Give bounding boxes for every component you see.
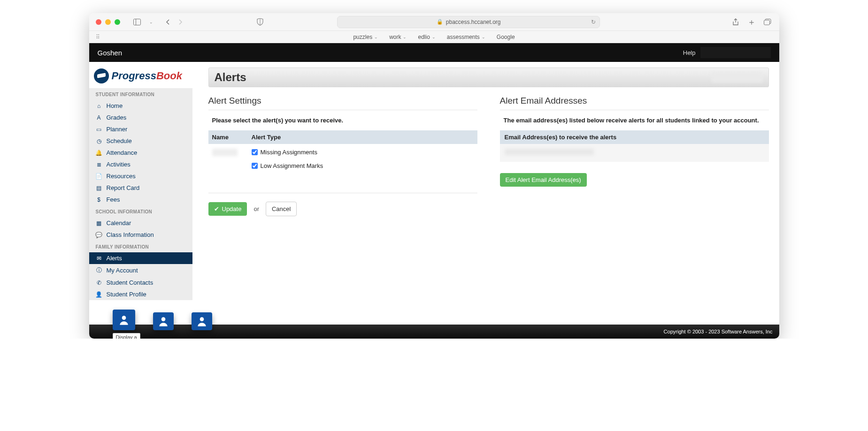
chevron-down-icon: ⌄	[403, 35, 407, 39]
sidebar-item-attendance[interactable]: 🔔Attendance	[89, 147, 192, 159]
minimize-window-icon[interactable]	[105, 19, 111, 25]
back-button[interactable]	[163, 17, 173, 27]
alert-checkbox-missing[interactable]	[252, 149, 258, 155]
report-card-icon: ▤	[96, 185, 102, 191]
student-avatar[interactable]	[113, 310, 135, 330]
user-menu[interactable]	[700, 47, 771, 58]
sidebar-toggle-icon[interactable]	[132, 17, 142, 27]
alert-type-label: Low Assignment Marks	[261, 162, 323, 169]
sidebar-item-label: Home	[107, 102, 123, 109]
schedule-icon: ◷	[96, 138, 102, 144]
close-window-icon[interactable]	[96, 19, 101, 25]
sidebar-item-student-profile[interactable]: 👤Student Profile	[89, 288, 192, 300]
sidebar-item-schedule[interactable]: ◷Schedule	[89, 135, 192, 147]
district-name: Goshen	[98, 49, 123, 57]
url-text: pbaccess.hccanet.org	[446, 19, 501, 25]
page-title: Alerts	[215, 71, 246, 84]
update-label: Update	[222, 205, 242, 212]
sidebar-item-alerts[interactable]: ✉Alerts	[89, 252, 192, 264]
edit-emails-button[interactable]: Edit Alert Email Address(es)	[500, 173, 587, 187]
sidebar-item-class-information[interactable]: 💬Class Information	[89, 229, 192, 241]
lock-icon: 🔒	[437, 19, 443, 25]
sidebar-item-home[interactable]: ⌂Home	[89, 100, 192, 112]
sidebar-item-grades[interactable]: AGrades	[89, 112, 192, 123]
sidebar-item-label: Student Profile	[107, 291, 146, 298]
sidebar-item-resources[interactable]: 📄Resources	[89, 170, 192, 182]
forward-button[interactable]	[176, 17, 185, 27]
svg-point-5	[122, 316, 126, 320]
student-contacts-icon: ✆	[96, 280, 102, 286]
maximize-window-icon[interactable]	[115, 19, 120, 25]
student-name-redacted	[212, 149, 238, 156]
student-avatar[interactable]	[153, 312, 174, 330]
student-name-redacted	[711, 72, 763, 83]
bookmark-item[interactable]: work⌄	[389, 34, 407, 40]
page-title-bar: Alerts	[208, 68, 769, 87]
cancel-button[interactable]: Cancel	[266, 202, 297, 216]
help-link[interactable]: Help	[683, 49, 696, 56]
chevron-down-icon: ⌄	[482, 35, 485, 39]
check-icon: ✔	[214, 205, 219, 212]
copyright: Copyright © 2003 - 2023 Software Answers…	[664, 329, 773, 334]
avatar-tooltip: Display a	[113, 333, 140, 339]
alert-checkbox-lowmarks[interactable]	[252, 163, 258, 169]
sidebar: ProgressBook STUDENT INFORMATION⌂HomeAGr…	[89, 62, 192, 325]
home-icon: ⌂	[96, 103, 102, 109]
bookmark-item[interactable]: assessments⌄	[447, 34, 485, 40]
fees-icon: $	[96, 197, 102, 203]
sidebar-item-fees[interactable]: $Fees	[89, 194, 192, 205]
svg-rect-4	[764, 20, 770, 25]
sidebar-item-label: Attendance	[107, 149, 138, 156]
my-account-icon: ⓘ	[96, 266, 102, 274]
update-button[interactable]: ✔ Update	[208, 202, 247, 216]
attendance-icon: 🔔	[96, 150, 102, 156]
planner-icon: ▭	[96, 126, 102, 133]
new-tab-icon[interactable]: ＋	[747, 17, 756, 27]
sidebar-item-planner[interactable]: ▭Planner	[89, 123, 192, 135]
sidebar-item-report-card[interactable]: ▤Report Card	[89, 182, 192, 194]
grades-icon: A	[96, 114, 102, 121]
privacy-shield-icon[interactable]	[255, 17, 265, 27]
share-icon[interactable]	[731, 17, 740, 27]
url-bar[interactable]: 🔒 pbaccess.hccanet.org ↻	[337, 16, 600, 28]
student-avatar[interactable]	[192, 312, 212, 330]
student-profile-icon: 👤	[96, 291, 102, 298]
class-information-icon: 💬	[96, 232, 102, 238]
or-text: or	[253, 205, 259, 212]
section-instruction: Please select the alert(s) you want to r…	[208, 117, 477, 130]
browser-titlebar: ⌄ 🔒 pbaccess.hccanet.org ↻ ＋	[89, 13, 779, 31]
tabs-icon[interactable]	[763, 17, 772, 27]
sidebar-item-label: Planner	[107, 126, 128, 133]
sidebar-item-label: Grades	[107, 114, 127, 121]
sidebar-item-label: Alerts	[107, 255, 122, 262]
bookmark-item[interactable]: puzzles⌄	[353, 34, 378, 40]
sidebar-item-label: Activities	[107, 161, 131, 168]
refresh-icon[interactable]: ↻	[591, 19, 596, 25]
chevron-down-icon: ⌄	[374, 35, 378, 39]
bookmark-item[interactable]: Google	[497, 34, 515, 40]
section-heading: Alert Email Addresses	[500, 96, 769, 110]
alerts-icon: ✉	[96, 255, 102, 262]
alert-type-label: Missing Assignments	[261, 149, 317, 156]
apps-grid-icon[interactable]: ⠿	[96, 34, 100, 40]
section-instruction: The email address(es) listed below recei…	[500, 117, 769, 130]
bookmark-item[interactable]: edlio⌄	[418, 34, 435, 40]
cancel-label: Cancel	[272, 205, 291, 212]
alerts-table: Name Alert Type Missing Assignments	[208, 130, 477, 181]
sidebar-item-label: My Account	[107, 267, 138, 274]
sidebar-item-calendar[interactable]: ▦Calendar	[89, 217, 192, 229]
email-row	[500, 144, 769, 162]
alert-type-row: Low Assignment Marks	[252, 162, 474, 169]
sidebar-item-label: Class Information	[107, 231, 154, 238]
resources-icon: 📄	[96, 173, 102, 180]
sidebar-item-student-contacts[interactable]: ✆Student Contacts	[89, 277, 192, 288]
chevron-down-icon[interactable]: ⌄	[146, 17, 156, 27]
sidebar-item-activities[interactable]: ≣Activities	[89, 159, 192, 170]
svg-point-7	[200, 317, 204, 321]
logo-icon	[94, 68, 109, 83]
col-type: Alert Type	[248, 130, 477, 144]
app-logo[interactable]: ProgressBook	[89, 62, 192, 88]
app-topbar: Goshen Help	[89, 43, 779, 62]
sidebar-item-my-account[interactable]: ⓘMy Account	[89, 264, 192, 277]
traffic-lights	[96, 19, 120, 25]
